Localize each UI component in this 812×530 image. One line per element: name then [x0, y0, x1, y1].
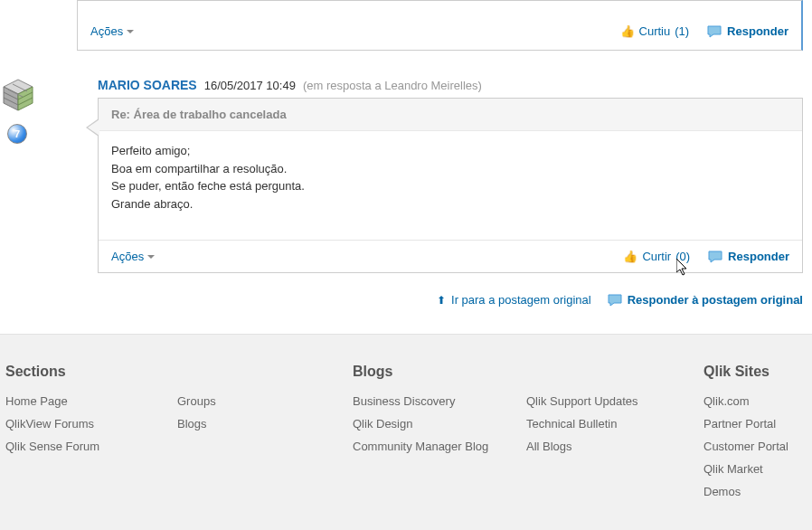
footer-link-qlik-design[interactable]: Qlik Design: [353, 417, 526, 431]
actions-dropdown[interactable]: Ações: [90, 24, 134, 38]
like-label: Curtir: [642, 250, 671, 263]
reply-title: Re: Área de trabalho cancelada: [99, 99, 802, 131]
respond-original-label: Responder à postagem original: [628, 293, 803, 307]
author-link[interactable]: MARIO SOARES: [98, 78, 197, 92]
footer-link-all-blogs[interactable]: All Blogs: [526, 440, 703, 453]
footer-link-blogs[interactable]: Blogs: [177, 417, 353, 431]
thumbs-up-icon: 👍: [620, 24, 635, 38]
like-label: Curtiu: [639, 24, 671, 38]
actions-dropdown[interactable]: Ações: [111, 250, 155, 263]
footer-link-demos[interactable]: Demos: [703, 485, 788, 498]
footer-link-customer-portal[interactable]: Customer Portal: [703, 440, 788, 453]
reply-line: Grande abraço.: [111, 195, 789, 213]
reply-line: Se puder, então feche está pergunta.: [111, 177, 789, 195]
reply-container: Re: Área de trabalho cancelada Perfeito …: [98, 98, 803, 273]
caret-down-icon: [147, 255, 155, 259]
footer-blogs-heading: Blogs: [353, 364, 526, 380]
footer-link-qlik-market[interactable]: Qlik Market: [703, 462, 788, 476]
reply-line: Perfeito amigo;: [111, 142, 789, 160]
reply-button[interactable]: Responder: [707, 24, 788, 38]
actions-label: Ações: [111, 250, 144, 263]
speech-bubble-icon: [608, 294, 622, 307]
arrow-up-icon: ⬆: [437, 294, 446, 307]
speech-bubble-icon: [708, 251, 722, 263]
reply-line: Boa em compartilhar a resolução.: [111, 160, 789, 178]
footer-link-qlik-sense-forum[interactable]: Qlik Sense Forum: [5, 440, 177, 453]
go-to-original-link[interactable]: ⬆ Ir para a postagem original: [437, 293, 591, 307]
reply-body: Perfeito amigo; Boa em compartilhar a re…: [99, 131, 802, 240]
footer-link-qlikcom[interactable]: Qlik.com: [703, 394, 788, 408]
footer-link-technical-bulletin[interactable]: Technical Bulletin: [526, 417, 703, 431]
footer-link-home[interactable]: Home Page: [5, 394, 177, 408]
reply-actions-bar: Ações 👍 Curtir (0) Responder: [99, 240, 802, 272]
caret-down-icon: [127, 30, 134, 33]
footer-link-support-updates[interactable]: Qlik Support Updates: [526, 394, 703, 408]
footer-qliksites-heading: Qlik Sites: [703, 364, 788, 380]
reply-label: Responder: [727, 24, 788, 38]
reply-button[interactable]: Responder: [708, 250, 789, 263]
actions-label: Ações: [90, 24, 123, 38]
like-count: (0): [675, 250, 690, 263]
user-level-badge: 7: [7, 124, 27, 144]
post-actions-bar: Ações 👍 Curtiu (1) Responder: [77, 13, 803, 51]
reply-post: 7 MARIO SOARES 16/05/2017 10:49 (em resp…: [43, 78, 803, 273]
thumbs-up-icon: 👍: [623, 250, 637, 263]
page-footer: Sections Home Page QlikView Forums Qlik …: [0, 334, 812, 530]
reply-label: Responder: [728, 250, 789, 263]
in-reply-to-text: (em resposta a Leandro Meirelles): [303, 79, 482, 92]
footer-link-business-discovery[interactable]: Business Discovery: [353, 394, 526, 408]
thread-footer-links: ⬆ Ir para a postagem original Responder …: [0, 293, 803, 307]
go-original-label: Ir para a postagem original: [451, 293, 591, 307]
footer-link-qlikview-forums[interactable]: QlikView Forums: [5, 417, 177, 431]
footer-link-groups[interactable]: Groups: [177, 394, 353, 408]
like-button[interactable]: 👍 Curtir (0): [623, 250, 690, 263]
footer-link-partner-portal[interactable]: Partner Portal: [703, 417, 788, 431]
respond-original-link[interactable]: Responder à postagem original: [608, 293, 803, 307]
speech-bubble-icon: [707, 25, 722, 38]
like-button[interactable]: 👍 Curtiu (1): [620, 24, 690, 38]
post-timestamp: 16/05/2017 10:49: [204, 79, 296, 92]
footer-link-community-manager[interactable]: Community Manager Blog: [353, 440, 526, 453]
footer-sections-heading: Sections: [5, 364, 177, 380]
avatar-cube-icon: [0, 78, 36, 114]
like-count: (1): [675, 24, 689, 38]
